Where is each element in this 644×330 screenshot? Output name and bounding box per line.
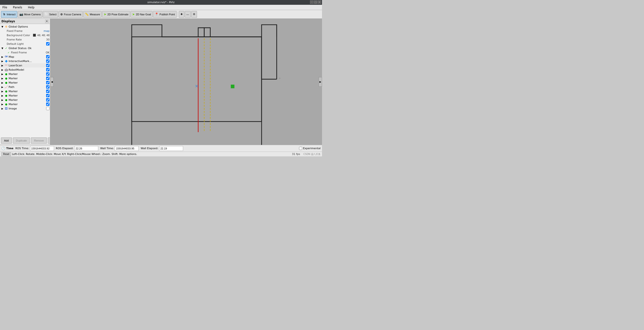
marker-3-row[interactable]: ▶ ● Marker <box>0 80 50 85</box>
image-row[interactable]: ▶ 🖼 Image <box>0 106 50 111</box>
image-expander[interactable]: ▶ <box>2 107 4 110</box>
menubar: File Panels Help <box>0 5 322 10</box>
laser-scan-label: LaserScan <box>8 64 46 67</box>
experimental-checkbox[interactable] <box>299 147 302 150</box>
marker-1-expander[interactable]: ▶ <box>2 73 4 75</box>
gs-fixed-frame-row: ✓ Fixed Frame OK <box>0 50 50 55</box>
interact-button[interactable]: 🖱 Interact <box>1 11 17 18</box>
robot-model-checkbox[interactable] <box>46 68 50 71</box>
global-options-row[interactable]: ▼ ⚙ Global Options <box>0 25 50 29</box>
marker-5-checkbox[interactable] <box>46 94 50 97</box>
move-camera-button[interactable]: 📷 Move Camera <box>18 11 42 18</box>
menu-panels[interactable]: Panels <box>12 5 23 10</box>
fps-label: 31 fps CSDN @八爪鱼 <box>292 152 320 156</box>
ros-time-label: ROS Time: <box>15 147 29 150</box>
displays-panel-header: Displays ✕ <box>0 19 50 24</box>
marker-7-row[interactable]: ▶ ● Marker <box>0 102 50 106</box>
background-color-value: 48; 48; 48 <box>37 34 50 37</box>
marker-2-expander[interactable]: ▶ <box>2 77 4 80</box>
frame-rate-value[interactable]: 30 <box>46 38 50 41</box>
marker-7-expander[interactable]: ▶ <box>2 103 4 106</box>
marker-5-row[interactable]: ▶ ● Marker <box>0 93 50 98</box>
nav-goal-icon: ➤ <box>132 13 135 16</box>
path-checkbox[interactable] <box>46 85 50 89</box>
displays-panel: Displays ✕ ▼ ⚙ Global Options Fixed Fram… <box>0 19 50 145</box>
map-checkbox[interactable] <box>46 55 50 58</box>
marker-3-checkbox[interactable] <box>46 81 50 84</box>
measure-label: Measure <box>90 13 100 16</box>
viewport[interactable]: ◀ ▶ <box>50 19 322 145</box>
global-status-row[interactable]: ▼ ✓ Global Status: Ok <box>0 46 50 50</box>
displays-tree: ▼ ⚙ Global Options Fixed Frame map Backg… <box>0 24 50 136</box>
wall-elapsed-input[interactable] <box>159 146 183 151</box>
laser-scan-expander[interactable]: ▶ <box>2 64 4 67</box>
path-row[interactable]: ▶ 📈 Path <box>0 85 50 89</box>
display-action-toolbar: Add Duplicate Remove Rename <box>0 136 50 145</box>
displays-panel-close[interactable]: ✕ <box>45 20 48 23</box>
image-checkbox[interactable] <box>46 107 50 110</box>
map-expander[interactable]: ▶ <box>2 56 4 58</box>
reset-button[interactable]: Reset <box>2 152 11 156</box>
marker-1-row[interactable]: ▶ ● Marker <box>0 72 50 76</box>
path-expander[interactable]: ▶ <box>2 86 4 88</box>
marker-3-expander[interactable]: ▶ <box>2 81 4 84</box>
interactive-mark-label: InteractiveMark... <box>8 60 46 63</box>
marker-4-row[interactable]: ▶ ● Marker <box>0 89 50 93</box>
fixed-frame-value[interactable]: map <box>44 30 50 33</box>
nav-goal-button[interactable]: ➤ 2D Nav Goal <box>130 11 152 18</box>
right-collapse-handle[interactable]: ▶ <box>319 77 322 87</box>
pose-estimate-button[interactable]: ➤ 2D Pose Estimate <box>102 11 130 18</box>
robot-model-expander[interactable]: ▶ <box>2 69 4 71</box>
minus-button[interactable]: — <box>185 11 191 18</box>
default-light-checkbox[interactable] <box>46 42 50 46</box>
focus-camera-label: Focus Camera <box>64 13 81 16</box>
marker-2-icon: ● <box>4 77 8 80</box>
remove-display-button[interactable]: Remove <box>31 137 47 144</box>
measure-button[interactable]: 📏 Measure <box>83 11 102 18</box>
interactive-mark-row[interactable]: ▶ 🔷 InteractiveMark... <box>0 59 50 63</box>
interactive-mark-expander[interactable]: ▶ <box>2 60 4 63</box>
marker-5-expander[interactable]: ▶ <box>2 94 4 97</box>
wall-time-input[interactable] <box>115 146 139 151</box>
marker-1-checkbox[interactable] <box>46 72 50 76</box>
marker-3-icon: ● <box>4 81 8 84</box>
marker-6-expander[interactable]: ▶ <box>2 99 4 101</box>
rename-display-button[interactable]: Rename <box>48 137 50 144</box>
background-color-swatch[interactable] <box>33 34 36 37</box>
map-viewport-svg: ✕ + <box>50 19 322 145</box>
menu-file[interactable]: File <box>2 5 8 10</box>
nav-goal-label: 2D Nav Goal <box>136 13 151 16</box>
robot-model-label: RobotModel <box>8 68 46 71</box>
minimize-button[interactable]: ─ <box>310 1 314 4</box>
menu-help[interactable]: Help <box>27 5 36 10</box>
marker-6-checkbox[interactable] <box>46 98 50 102</box>
close-button[interactable]: ✕ <box>318 1 321 4</box>
marker-7-checkbox[interactable] <box>46 102 50 106</box>
interactive-mark-checkbox[interactable] <box>46 59 50 63</box>
focus-camera-button[interactable]: ⊕ Focus Camera <box>58 11 83 18</box>
publish-point-button[interactable]: 📍 Publish Point <box>153 11 176 18</box>
add-display-button[interactable]: Add <box>1 137 12 144</box>
csdn-label: CSDN @八爪鱼 <box>303 153 320 155</box>
interact-label: Interact <box>7 13 16 16</box>
marker-2-checkbox[interactable] <box>46 77 50 80</box>
marker-4-expander[interactable]: ▶ <box>2 90 4 93</box>
duplicate-display-button[interactable]: Duplicate <box>13 137 30 144</box>
marker-2-row[interactable]: ▶ ● Marker <box>0 76 50 80</box>
robot-model-row[interactable]: ▶ 🤖 RobotModel <box>0 68 50 72</box>
select-label: Select <box>49 13 57 16</box>
ros-elapsed-input[interactable] <box>74 146 98 151</box>
global-options-expander[interactable]: ▼ <box>2 25 4 28</box>
laser-scan-row[interactable]: ▶ 〰 LaserScan <box>0 63 50 68</box>
map-row[interactable]: ▶ 🗺 Map <box>0 55 50 59</box>
settings-button[interactable]: ⚙ <box>191 11 197 18</box>
marker-4-checkbox[interactable] <box>46 90 50 93</box>
add-marker-button[interactable]: ✚ <box>179 11 184 18</box>
left-collapse-handle[interactable]: ◀ <box>50 77 54 87</box>
marker-6-row[interactable]: ▶ ● Marker <box>0 98 50 102</box>
select-button[interactable]: ⬜ Select <box>43 11 58 18</box>
laser-scan-checkbox[interactable] <box>46 64 50 67</box>
maximize-button[interactable]: □ <box>314 1 317 4</box>
global-status-expander[interactable]: ▼ <box>2 47 4 50</box>
ros-time-input[interactable] <box>30 146 54 151</box>
